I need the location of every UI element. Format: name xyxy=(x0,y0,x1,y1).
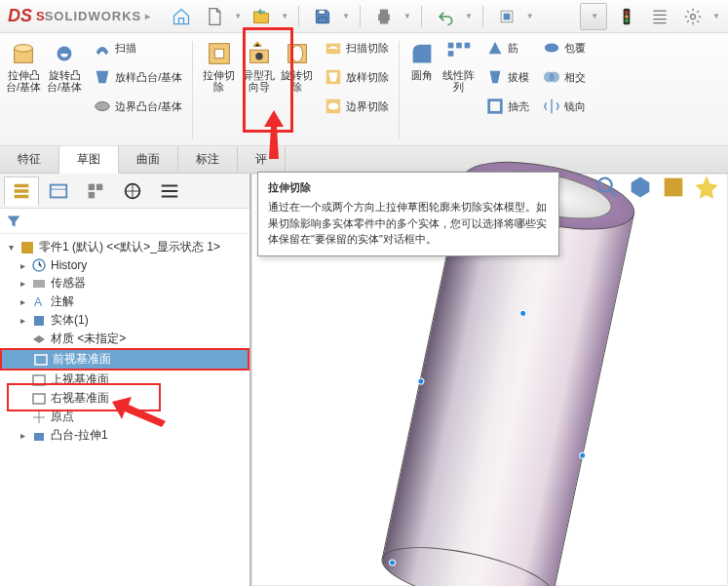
tab-markup[interactable]: 标注 xyxy=(178,146,238,173)
loft-cut-button[interactable]: 放样切除 xyxy=(321,66,393,88)
svg-rect-38 xyxy=(33,394,45,404)
section-icon[interactable] xyxy=(660,174,687,201)
tree-front-plane[interactable]: 前视基准面 xyxy=(0,348,249,371)
svg-rect-15 xyxy=(326,44,340,55)
tree-part-root[interactable]: ▾零件1 (默认) <<默认>_显示状态 1> xyxy=(0,238,249,256)
undo-button[interactable] xyxy=(432,3,459,30)
svg-point-14 xyxy=(291,46,302,62)
tab-sketch[interactable]: 草图 xyxy=(59,146,119,174)
feature-tree-tab[interactable] xyxy=(4,176,39,206)
filter-icon[interactable] xyxy=(6,214,21,229)
boundary-button[interactable]: 边界凸台/基体 xyxy=(90,96,186,117)
boundary-cut-button[interactable]: 边界切除 xyxy=(321,96,393,117)
save-button[interactable] xyxy=(309,3,336,30)
traffic-icon[interactable] xyxy=(613,3,640,30)
svg-point-13 xyxy=(255,53,263,60)
ds-logo-icon: DS xyxy=(8,6,32,26)
new-button[interactable] xyxy=(201,3,228,30)
svg-point-8 xyxy=(15,45,33,53)
svg-rect-20 xyxy=(456,43,462,49)
tree-material[interactable]: 材质 <未指定> xyxy=(0,330,249,348)
revolve-cut-button[interactable]: 旋转切 除 xyxy=(279,37,315,95)
wrap-button[interactable]: 包覆 xyxy=(539,37,590,59)
extrude-boss-button[interactable]: 拉伸凸 台/基体 xyxy=(4,37,43,95)
svg-rect-28 xyxy=(89,183,95,189)
tab-evaluate[interactable]: 评 xyxy=(238,146,286,173)
tree-history[interactable]: ▸History xyxy=(0,256,249,274)
tree-right-plane[interactable]: 右视基准面 xyxy=(0,389,249,408)
dimxpert-tab[interactable] xyxy=(115,176,150,206)
intersect-button[interactable]: 相交 xyxy=(539,66,590,88)
svg-rect-37 xyxy=(33,375,45,385)
hole-wizard-button[interactable]: 异型孔 向导 xyxy=(241,37,277,95)
svg-point-3 xyxy=(625,11,628,14)
svg-rect-27 xyxy=(51,184,67,197)
svg-rect-23 xyxy=(489,100,502,113)
svg-rect-33 xyxy=(33,280,45,288)
svg-point-9 xyxy=(96,102,109,111)
mirror-button[interactable]: 镜向 xyxy=(539,96,590,117)
open-button[interactable] xyxy=(248,3,275,30)
revolve-boss-button[interactable]: 旋转凸 台/基体 xyxy=(45,37,84,95)
svg-point-5 xyxy=(625,19,628,21)
home-button[interactable] xyxy=(168,3,195,30)
tab-feature[interactable]: 特征 xyxy=(0,146,59,173)
svg-point-18 xyxy=(328,102,339,109)
svg-rect-30 xyxy=(89,191,95,197)
svg-text:A: A xyxy=(34,295,42,309)
svg-rect-22 xyxy=(447,51,453,57)
svg-point-4 xyxy=(625,15,628,18)
property-tab[interactable] xyxy=(41,176,76,206)
tab-surface[interactable]: 曲面 xyxy=(119,146,178,173)
display-tab[interactable] xyxy=(152,176,187,206)
svg-rect-21 xyxy=(464,43,470,49)
view-toolbar xyxy=(594,174,720,201)
print-button[interactable] xyxy=(370,3,398,30)
svg-rect-1 xyxy=(504,13,511,20)
fillet-button[interactable]: 圆角 xyxy=(405,37,439,83)
tree-sensor[interactable]: ▸传感器 xyxy=(0,274,249,293)
view-cube-icon[interactable] xyxy=(627,174,654,201)
select-button[interactable]: ▼ xyxy=(580,3,607,30)
config-tab[interactable] xyxy=(78,176,113,206)
svg-point-24 xyxy=(545,44,558,53)
svg-rect-11 xyxy=(214,49,223,58)
tree-origin[interactable]: 原点 xyxy=(0,408,249,426)
settings-button[interactable] xyxy=(679,3,707,30)
svg-rect-36 xyxy=(35,355,47,365)
sweep-button[interactable]: 扫描 xyxy=(90,37,186,59)
loft-button[interactable]: 放样凸台/基体 xyxy=(90,66,186,88)
app-logo: DS SSOLIDWORKS ▸ xyxy=(8,6,150,26)
zoom-icon[interactable] xyxy=(594,174,621,201)
tree-annotation[interactable]: ▸A注解 xyxy=(0,293,249,311)
svg-rect-29 xyxy=(96,183,102,189)
pattern-button[interactable]: 线性阵 列 xyxy=(441,37,477,95)
sweep-cut-button[interactable]: 扫描切除 xyxy=(321,37,393,59)
draft-button[interactable]: 拔模 xyxy=(482,66,533,88)
tree-bodies[interactable]: ▸实体(1) xyxy=(0,311,249,330)
tooltip-extrude-cut: 拉伸切除 通过在一个或两个方向上拉伸草图轮廓来切除实体模型。如果切除影响多实体零… xyxy=(257,172,559,256)
tree-top-plane[interactable]: 上视基准面 xyxy=(0,371,249,389)
rebuild-button[interactable] xyxy=(493,3,520,30)
shell-button[interactable]: 抽壳 xyxy=(482,96,533,117)
rib-button[interactable]: 筋 xyxy=(482,37,533,59)
svg-point-26 xyxy=(549,72,559,83)
svg-rect-41 xyxy=(665,178,683,197)
svg-point-6 xyxy=(691,14,696,19)
appearance-icon[interactable] xyxy=(693,174,720,201)
svg-rect-39 xyxy=(34,433,44,441)
svg-rect-19 xyxy=(447,43,453,49)
list-button[interactable] xyxy=(646,3,673,30)
tree-extrude1[interactable]: ▸凸台-拉伸1 xyxy=(0,426,249,445)
extrude-cut-button[interactable]: 拉伸切 除 xyxy=(199,37,239,95)
svg-rect-35 xyxy=(34,316,44,326)
